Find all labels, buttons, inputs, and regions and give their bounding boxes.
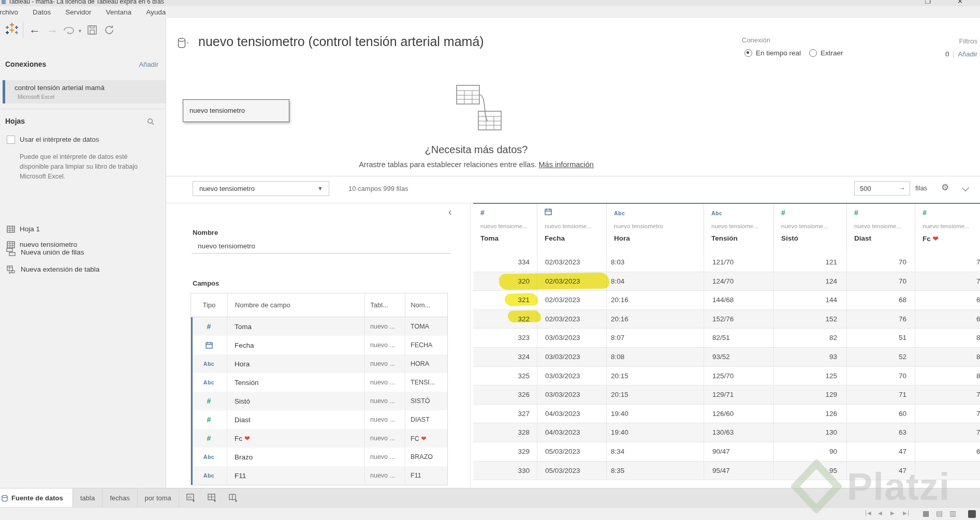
table-extension-icon — [6, 265, 17, 274]
first-page-icon[interactable]: ◀ — [866, 510, 871, 516]
grid-row[interactable]: 32804/03/202319:40130/631306371 — [473, 423, 980, 442]
tab-por-toma[interactable]: por toma — [138, 488, 179, 508]
menu-archivo[interactable]: Archivo — [0, 8, 18, 16]
field-row-tensin[interactable]: AbcTensiónnuevo ...TENSI... — [191, 373, 447, 392]
grid-row[interactable]: 32303/03/20238:0782/51825187 — [473, 329, 980, 348]
save-icon[interactable] — [87, 25, 97, 35]
field-table: nuevo ... — [370, 435, 395, 442]
field-row-sist[interactable]: #Sistónuevo ...SISTÓ — [191, 392, 447, 410]
menu-datos[interactable]: Datos — [33, 8, 51, 16]
grid-col-fecha[interactable]: nuevo tensiome...Fecha — [537, 204, 607, 253]
connection-card[interactable]: control tensión arterial mamá Microsoft … — [3, 80, 166, 103]
col-tipo[interactable]: Tipo — [191, 293, 228, 317]
field-row-f11[interactable]: AbcF11nuevo ...F11 — [191, 466, 447, 485]
gear-icon[interactable]: ⚙ — [941, 182, 949, 193]
start-over-caret-icon[interactable]: ▼ — [78, 28, 82, 34]
field-row-toma[interactable]: #Tomanuevo ...TOMA — [191, 317, 447, 336]
back-button[interactable]: ← — [29, 22, 40, 37]
grid-view-icon[interactable]: ▦ — [923, 509, 929, 517]
field-row-brazo[interactable]: AbcBrazonuevo ...BRAZO — [191, 448, 447, 466]
field-name-cell: Hora — [227, 354, 365, 373]
fields-table-body: #Tomanuevo ...TOMAFechanuevo ...FECHAAbc… — [191, 317, 447, 485]
new-sheet-buttons — [186, 488, 239, 508]
col-nombre-remoto[interactable]: Nom... — [405, 293, 447, 317]
grid-col-name: Tensión — [711, 234, 738, 242]
grid-cell: 129 — [774, 385, 847, 404]
collapse-pane-icon[interactable]: ‹ — [448, 206, 452, 218]
forward-button[interactable]: → — [47, 22, 58, 37]
need-more-data-body: Arrastre tablas para establecer relacion… — [166, 160, 787, 169]
more-info-link[interactable]: Más información — [539, 160, 594, 169]
field-row-hora[interactable]: AbcHoranuevo ...HORA — [191, 354, 447, 373]
field-remote-name: FECHA — [411, 341, 432, 349]
grid-row[interactable]: 32603/03/202320:15129/711297178 — [473, 385, 980, 405]
menu-ventana[interactable]: Ventana — [106, 8, 132, 16]
menu-bar: ArchivoDatosServidorVentanaAyuda — [0, 6, 980, 18]
field-row-diast[interactable]: #Diastnuevo ...DIAST — [191, 410, 447, 429]
add-connection-link[interactable]: Añadir — [139, 61, 158, 68]
canvas-table-node[interactable]: nuevo tensiometro — [183, 99, 289, 122]
search-icon[interactable] — [147, 118, 154, 125]
sidebar-sheet-hoja-1[interactable]: Hoja 1 — [0, 222, 166, 237]
prev-page-icon[interactable]: ◀ — [878, 510, 882, 516]
new-dashboard-icon[interactable] — [208, 494, 217, 502]
grid-cell: 124 — [774, 272, 847, 291]
grid-row[interactable]: 32202/03/202320:16152/761527664 — [473, 310, 980, 329]
live-radio[interactable] — [744, 49, 752, 57]
field-type-cell: Abc — [191, 354, 227, 373]
grid-row[interactable]: 32002/03/20238:04124/701247072 — [473, 272, 980, 291]
datasource-icon[interactable] — [177, 37, 189, 51]
pane-divider — [470, 203, 471, 488]
next-page-icon[interactable]: ▶ — [890, 510, 895, 516]
grid-row[interactable]: 32102/03/202320:16144/681446863 — [473, 291, 980, 310]
start-over-icon[interactable] — [63, 26, 77, 35]
name-input[interactable] — [192, 241, 451, 254]
tab-fuente-de-datos[interactable]: Fuente de datos — [0, 488, 73, 508]
maximize-icon[interactable]: ❐ — [925, 0, 931, 5]
apply-rows-arrow-icon[interactable]: → — [898, 183, 905, 191]
new-story-icon[interactable] — [229, 494, 239, 502]
grid-col-hora[interactable]: Abcnuevo tensiometroHora — [607, 204, 704, 253]
grid-col-fc[interactable]: #nuevo tensiome...Fc ❤ — [915, 204, 980, 253]
grid-cell: 78 — [915, 385, 980, 404]
new-union-action[interactable]: Nueva unión de filas — [0, 246, 166, 260]
data-interpreter-checkbox[interactable] — [7, 136, 15, 144]
field-row-fecha[interactable]: Fechanuevo ...FECHA — [191, 336, 447, 354]
extract-radio[interactable] — [809, 49, 817, 57]
name-label: Nombre — [193, 229, 218, 236]
col-nombre-de-campo[interactable]: Nombre de campo — [228, 293, 365, 317]
filters-add-link[interactable]: Añadir — [958, 50, 977, 58]
menu-servidor[interactable]: Servidor — [65, 8, 91, 16]
grid-row[interactable]: 32503/03/202320:15125/701257080 — [473, 367, 980, 386]
grid-row[interactable]: 32704/03/202319:40126/601266071 — [473, 405, 980, 424]
field-color-bar — [191, 448, 193, 466]
tableau-logo-icon[interactable] — [4, 21, 20, 37]
tab-fechas[interactable]: fechas — [103, 488, 137, 508]
field-row-fc[interactable]: #Fc ❤nuevo ...FC ❤ — [191, 429, 447, 448]
last-page-icon[interactable]: ▶ — [903, 510, 909, 516]
data-preview-grid: #nuevo tensiome...Tomanuevo tensiome...F… — [473, 203, 980, 481]
data-interpreter-note: Puede que el intérprete de datos esté di… — [20, 152, 155, 182]
col-tabla[interactable]: Tabl... — [365, 293, 405, 317]
new-table-extension-action[interactable]: Nueva extensión de tabla — [0, 263, 166, 277]
grid-row[interactable]: 33005/03/20238:3595/479547 — [473, 462, 980, 481]
table-select-dropdown[interactable]: nuevo tensiometro ▼ — [193, 181, 329, 196]
grid-col-diast[interactable]: #nuevo tensiome...Diast — [847, 204, 915, 253]
grid-row[interactable]: 32403/03/20238:0893/52935282 — [473, 348, 980, 367]
new-worksheet-icon[interactable] — [186, 494, 196, 502]
grid-col-toma[interactable]: #nuevo tensiome...Toma — [473, 204, 537, 253]
menu-ayuda[interactable]: Ayuda — [146, 8, 166, 16]
column-view-icon[interactable]: ▥ — [949, 509, 956, 517]
row-view-icon[interactable]: ▤ — [936, 509, 943, 517]
grid-col-sist[interactable]: #nuevo tensiome...Sistó — [774, 204, 847, 253]
metadata-view-button[interactable] — [968, 510, 976, 518]
tab-tabla[interactable]: tabla — [73, 488, 103, 508]
grid-col-tensin[interactable]: Abcnuevo tensiome...Tensión — [704, 204, 774, 253]
row-limit-input[interactable] — [855, 182, 897, 195]
grid-cell: 130 — [774, 423, 847, 442]
grid-row[interactable]: 33402/03/20238:03121/701217071 — [473, 253, 980, 272]
close-icon[interactable]: ✕ — [957, 0, 963, 5]
refresh-icon[interactable] — [104, 24, 115, 36]
grid-cell: 334 — [473, 253, 537, 272]
grid-row[interactable]: 32905/03/20238:3490/47904769 — [473, 442, 980, 462]
